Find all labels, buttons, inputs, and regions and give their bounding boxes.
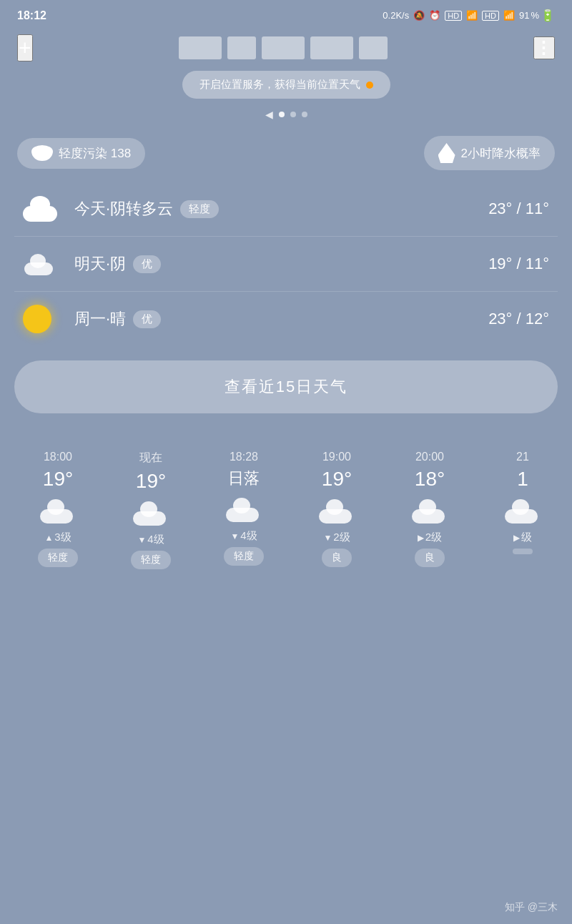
- network-speed: 0.2K/s: [383, 10, 409, 21]
- add-city-button[interactable]: +: [17, 34, 33, 62]
- tomorrow-weather-icon: [23, 248, 63, 280]
- pollution-text: 轻度污染 138: [59, 145, 131, 162]
- more-options-button[interactable]: ⋮: [533, 36, 555, 59]
- battery-display: 91% 🔋: [519, 9, 555, 22]
- status-right: 0.2K/s 🔕 ⏰ HD 📶 HD 📶 91% 🔋: [383, 9, 555, 22]
- hourly-section: 18:00 19° 3级 轻度 现在 19° 4级 轻度 18:28 日落 4级…: [0, 431, 572, 575]
- view-15day-button[interactable]: 查看近15日天气: [14, 360, 558, 413]
- monday-text: 周一·晴: [74, 308, 126, 330]
- hourly-item-2100: 21 1 级: [476, 445, 569, 575]
- hourly-wind-6: 级: [513, 531, 532, 544]
- mute-icon: 🔕: [413, 10, 425, 21]
- hourly-quality-3: 轻度: [224, 547, 264, 566]
- monday-label: 周一·晴 优: [74, 308, 488, 330]
- pagination-dot-2[interactable]: [290, 112, 296, 117]
- time-display: 18:12: [17, 9, 46, 22]
- tomorrow-text: 明天·阴: [74, 253, 126, 275]
- hourly-wind-4: 2级: [323, 531, 350, 544]
- monday-weather-icon: [23, 303, 63, 335]
- hd-badge-2: HD: [482, 11, 499, 21]
- hourly-cloud-3: [226, 496, 262, 522]
- battery-icon: 🔋: [541, 9, 555, 22]
- hourly-cloud-4: [319, 498, 355, 524]
- hourly-time-1: 18:00: [44, 451, 72, 463]
- hourly-scroll[interactable]: 18:00 19° 3级 轻度 现在 19° 4级 轻度 18:28 日落 4级…: [0, 445, 572, 575]
- city-tab-5[interactable]: [359, 36, 388, 59]
- alarm-icon: ⏰: [429, 10, 440, 21]
- hourly-item-2000: 20:00 18° 2级 良: [383, 445, 476, 575]
- status-bar: 18:12 0.2K/s 🔕 ⏰ HD 📶 HD 📶 91% 🔋: [0, 0, 572, 28]
- location-banner: 开启位置服务，获得当前位置天气: [0, 65, 572, 102]
- monday-badge: 优: [133, 310, 161, 328]
- location-text: 开启位置服务，获得当前位置天气: [199, 78, 360, 92]
- today-weather-icon: [23, 193, 63, 225]
- weather-row-today[interactable]: 今天·阴转多云 轻度 23° / 11°: [14, 182, 558, 237]
- top-nav: + ⋮: [0, 28, 572, 65]
- today-text: 今天·阴转多云: [74, 198, 173, 220]
- hourly-item-now: 现在 19° 4级 轻度: [104, 445, 197, 575]
- hourly-quality-2: 轻度: [131, 551, 171, 569]
- city-tabs: [93, 34, 473, 62]
- tomorrow-badge: 优: [133, 255, 161, 273]
- rain-text: 2小时降水概率: [461, 145, 541, 162]
- hourly-quality-6: [513, 549, 533, 554]
- hourly-item-1900: 19:00 19° 2级 良: [290, 445, 383, 575]
- monday-temp: 23° / 12°: [488, 310, 549, 328]
- orange-dot: [366, 82, 373, 89]
- city-tab-4[interactable]: [310, 36, 353, 59]
- weather-section: 今天·阴转多云 轻度 23° / 11° 明天·阴 优 19° / 11° 周一…: [0, 182, 572, 346]
- weather-row-monday[interactable]: 周一·晴 优 23° / 12°: [14, 292, 558, 346]
- hourly-item-sunset: 18:28 日落 4级 轻度: [197, 445, 290, 575]
- signal-4g-2: 📶: [503, 10, 515, 21]
- hourly-quality-5: 良: [415, 549, 445, 567]
- hourly-wind-2: 4级: [137, 533, 164, 546]
- pagination-dot-1[interactable]: [279, 112, 285, 117]
- nav-arrow-icon: ◀: [265, 109, 273, 120]
- hourly-temp-1: 19°: [43, 468, 73, 491]
- hourly-time-6: 21: [516, 451, 529, 463]
- hourly-temp-4: 19°: [322, 468, 352, 491]
- hourly-wind-1: 3级: [44, 531, 71, 544]
- rain-pill[interactable]: 2小时降水概率: [424, 136, 555, 170]
- hourly-temp-2: 19°: [136, 470, 166, 493]
- signal-4g-1: 📶: [466, 10, 478, 21]
- pagination: ◀: [0, 102, 572, 132]
- pollution-pill[interactable]: 轻度污染 138: [17, 138, 145, 169]
- pagination-dot-3[interactable]: [302, 112, 307, 117]
- today-label: 今天·阴转多云 轻度: [74, 198, 488, 220]
- hourly-wind-3: 4级: [230, 529, 257, 543]
- today-temp: 23° / 11°: [488, 200, 549, 218]
- city-tab-3[interactable]: [262, 36, 305, 59]
- mask-icon: [31, 145, 53, 161]
- hourly-temp-5: 18°: [415, 468, 445, 491]
- sun-icon: [23, 305, 51, 333]
- hourly-cloud-6: [505, 498, 541, 524]
- hourly-wind-5: 2级: [418, 531, 442, 544]
- hd-badge: HD: [445, 11, 462, 21]
- hourly-time-4: 19:00: [322, 451, 351, 463]
- hourly-cloud-2: [133, 500, 169, 526]
- battery-percent: 91: [519, 10, 529, 21]
- hourly-cloud-5: [412, 498, 448, 524]
- hourly-time-2: 现在: [139, 451, 162, 466]
- city-tab-2[interactable]: [227, 36, 256, 59]
- hourly-cloud-1: [40, 498, 76, 524]
- weather-row-tomorrow[interactable]: 明天·阴 优 19° / 11°: [14, 237, 558, 292]
- location-pill[interactable]: 开启位置服务，获得当前位置天气: [182, 71, 390, 99]
- hourly-time-5: 20:00: [415, 451, 444, 463]
- today-badge: 轻度: [180, 200, 219, 218]
- hourly-item-1800: 18:00 19° 3级 轻度: [11, 445, 104, 575]
- tomorrow-temp: 19° / 11°: [488, 255, 549, 273]
- sunset-label: 日落: [228, 468, 260, 489]
- hourly-time-3: 18:28: [230, 451, 258, 463]
- rain-drop-icon: [438, 143, 455, 163]
- watermark: 知乎 @三木: [505, 901, 558, 914]
- hourly-quality-1: 轻度: [38, 549, 78, 567]
- hourly-quality-4: 良: [322, 549, 352, 567]
- tomorrow-label: 明天·阴 优: [74, 253, 488, 275]
- cloud-small-icon: [23, 252, 56, 275]
- city-tab-1[interactable]: [179, 36, 222, 59]
- info-row: 轻度污染 138 2小时降水概率: [0, 132, 572, 182]
- view-btn-container: 查看近15日天气: [0, 346, 572, 431]
- cloud-big-icon: [23, 196, 60, 222]
